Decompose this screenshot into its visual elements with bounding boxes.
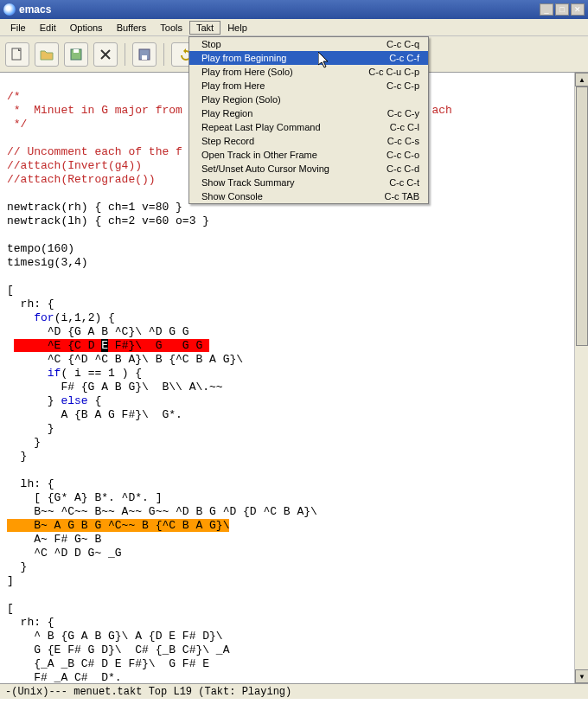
menu-item-label: Play Region (Solo) [201,94,409,105]
svg-rect-2 [74,49,79,53]
scroll-thumb[interactable] [576,86,588,346]
comment: //attach(Invert(g4)) [7,159,142,172]
code-line: F# _A C# D*. [7,671,122,683]
menu-item-play-from-here-solo-[interactable]: Play from Here (Solo)C-c C-u C-p [189,65,428,79]
disk-icon [68,47,84,62]
code-line: } [7,450,27,463]
menu-item-shortcut: C-c C-p [376,80,419,91]
menu-item-label: Show Console [201,191,374,202]
menu-item-play-region-solo-[interactable]: Play Region (Solo) [189,93,428,106]
code-line: if( i == 1 ) { [7,367,142,380]
code-line: } [7,436,41,449]
code-line: ^C {^D ^C B A}\ B {^C B A G}\ [7,353,243,366]
menu-item-show-console[interactable]: Show ConsoleC-c TAB [189,189,428,203]
svg-rect-4 [142,55,147,60]
code-line: A {B A G F#}\ G*. [7,408,182,421]
code-line: {_A _B C# D E F#}\ G F# E [7,657,209,670]
code-line: [ [7,602,14,615]
menu-item-step-record[interactable]: Step RecordC-c C-s [189,134,428,148]
code-line: lh: { [7,477,54,490]
maximize-button[interactable]: □ [555,3,569,16]
menu-item-shortcut: C-c C-q [376,39,419,49]
menu-item-shortcut: C-c C-f [379,53,419,63]
menubar: File Edit Options Buffers Tools Takt Hel… [0,19,588,36]
code-line: } else { [7,394,101,407]
menu-item-label: Show Track Summary [201,177,379,188]
keyword-else: else [61,394,87,407]
scroll-down-button[interactable]: ▼ [575,669,588,683]
file-icon [10,47,25,62]
menu-item-play-region[interactable]: Play RegionC-c C-y [189,106,428,120]
code-line: ^C ^D D G~ _G [7,547,122,560]
menu-item-repeat-last-play-command[interactable]: Repeat Last Play CommandC-c C-l [189,120,428,134]
menu-item-label: Open Track in Other Frame [201,150,376,160]
mouse-cursor-icon [318,52,330,69]
toolbar-separator [125,43,125,66]
menu-takt[interactable]: Takt [189,21,220,35]
code-line: ^E {C D E F#}\ G G G [7,339,209,352]
code-line: [ {G* A} B*. ^D*. ] [7,491,162,504]
open-file-button[interactable] [35,42,59,67]
code-line: rh: { [7,616,54,629]
save-button[interactable] [132,42,157,67]
code-line: [ [7,284,14,297]
code-line: F# {G A B G}\ B\\ A\.~~ [7,381,223,394]
modeline: -(Unix)--- menuet.takt Top L19 (Takt: Pl… [0,683,588,699]
code-line: ] [7,574,14,587]
menu-item-label: Step Record [201,136,377,146]
menu-item-label: Play from Here [201,80,376,91]
comment: */ [7,118,27,131]
code-line: newtrack(lh) { ch=2 v=60 o=3 } [7,214,209,227]
minimize-button[interactable]: _ [540,3,553,16]
close-button[interactable]: ✕ [571,3,585,16]
menu-item-shortcut: C-c C-t [379,177,419,188]
menu-item-shortcut: C-c C-d [376,163,419,174]
keyword-if: if [48,367,61,380]
scroll-up-button[interactable]: ▲ [575,73,588,86]
menu-help[interactable]: Help [220,21,254,35]
menu-item-show-track-summary[interactable]: Show Track SummaryC-c C-t [189,176,428,189]
menu-buffers[interactable]: Buffers [110,21,154,35]
menu-file[interactable]: File [3,21,33,35]
modeline-text: -(Unix)--- menuet.takt Top L19 (Takt: Pl… [5,686,291,698]
menu-item-label: Play from Here (Solo) [201,67,358,77]
vertical-scrollbar[interactable]: ▲ ▼ [574,73,588,683]
code-line: B~~ ^C~~ B~~ A~~ G~~ ^D B G ^D {D ^C B A… [7,505,317,518]
menu-item-shortcut: C-c C-y [377,108,419,118]
directory-button[interactable] [64,42,88,67]
code-line: rh: { [7,298,54,310]
menu-item-open-track-in-other-frame[interactable]: Open Track in Other FrameC-c C-o [189,148,428,162]
menu-item-label: Set/Unset Auto Cursor Moving [201,163,376,174]
window-title: emacs [19,3,51,16]
menu-item-shortcut: C-c C-o [376,150,419,160]
menu-item-label: Stop [201,39,376,49]
menu-item-set-unset-auto-cursor-moving[interactable]: Set/Unset Auto Cursor MovingC-c C-d [189,162,428,176]
new-file-button[interactable] [5,42,29,67]
code-line: newtrack(rh) { ch=1 v=80 } [7,201,182,214]
save-icon [137,47,152,62]
code-line: } [7,422,54,435]
playhead-rh-highlight: ^E {C D E F#}\ G G G [14,339,209,352]
code-line: tempo(160) [7,242,74,255]
menu-item-shortcut: C-c C-u C-p [358,67,419,77]
menu-item-play-from-beginning[interactable]: Play from BeginningC-c C-f [189,51,428,65]
menu-options[interactable]: Options [63,21,110,35]
code-line: for(i,1,2) { [7,311,115,324]
menu-item-label: Repeat Last Play Command [201,122,380,132]
menu-item-play-from-here[interactable]: Play from HereC-c C-p [189,79,428,93]
folder-open-icon [39,47,54,62]
takt-dropdown-menu: StopC-c C-qPlay from BeginningC-c C-fPla… [189,36,429,204]
text-cursor: E [101,339,108,352]
code-line: ^D {G A B ^C}\ ^D G G [7,325,189,338]
menu-item-shortcut: C-c C-s [377,136,419,146]
menu-tools[interactable]: Tools [153,21,189,35]
app-icon [3,3,16,16]
playhead-lh-highlight: B~ A G B G ^C~~ B {^C B A G}\ [7,519,229,532]
menu-edit[interactable]: Edit [33,21,63,35]
menu-item-stop[interactable]: StopC-c C-q [189,37,428,51]
code-line: A~ F# G~ B [7,533,101,546]
kill-buffer-button[interactable] [93,42,118,67]
close-icon [99,48,112,61]
code-line: G {E F# G D}\ C# {_B C#}\ _A [7,643,229,656]
keyword-for: for [34,311,54,324]
